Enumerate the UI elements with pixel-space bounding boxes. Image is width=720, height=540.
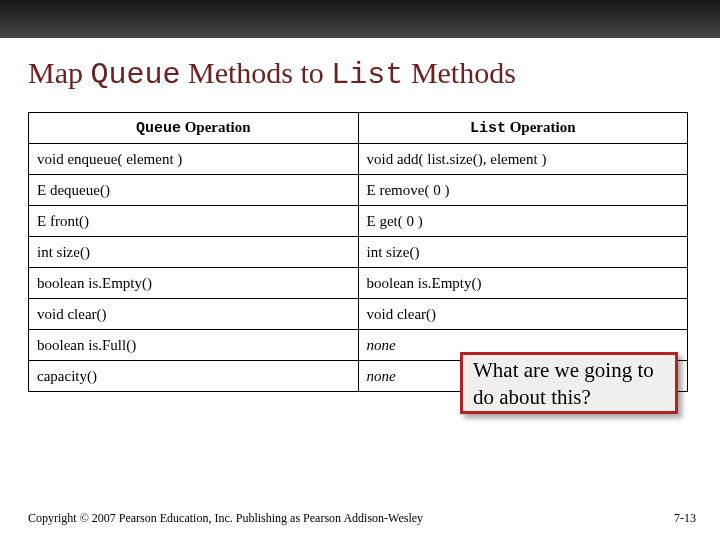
list-cell: void clear() [358, 299, 688, 330]
queue-cell: void clear() [29, 299, 359, 330]
header-queue-text: Operation [181, 119, 251, 135]
title-part3: Methods to [181, 56, 332, 89]
title-part1: Map [28, 56, 91, 89]
table-row: boolean is.Empty() boolean is.Empty() [29, 268, 688, 299]
table-header-row: Queue Operation List Operation [29, 113, 688, 144]
queue-cell: int size() [29, 237, 359, 268]
table-row: E front() E get( 0 ) [29, 206, 688, 237]
table-row: void clear() void clear() [29, 299, 688, 330]
copyright-text: Copyright © 2007 Pearson Education, Inc.… [28, 511, 423, 526]
queue-cell: capacity() [29, 361, 359, 392]
mapping-table: Queue Operation List Operation void enqu… [28, 112, 688, 392]
page-number: 7-13 [674, 511, 696, 526]
queue-cell: void enqueue( element ) [29, 144, 359, 175]
list-cell: boolean is.Empty() [358, 268, 688, 299]
title-part5: Methods [403, 56, 516, 89]
list-cell: E get( 0 ) [358, 206, 688, 237]
queue-cell: boolean is.Empty() [29, 268, 359, 299]
header-queue-operation: Queue Operation [29, 113, 359, 144]
header-list-text: Operation [506, 119, 576, 135]
queue-cell: E front() [29, 206, 359, 237]
top-gradient-bar [0, 0, 720, 38]
table-row: int size() int size() [29, 237, 688, 268]
list-cell: E remove( 0 ) [358, 175, 688, 206]
queue-cell: E dequeue() [29, 175, 359, 206]
title-code-list: List [331, 58, 403, 92]
list-cell: int size() [358, 237, 688, 268]
table-row: E dequeue() E remove( 0 ) [29, 175, 688, 206]
title-code-queue: Queue [91, 58, 181, 92]
header-list-operation: List Operation [358, 113, 688, 144]
list-cell: void add( list.size(), element ) [358, 144, 688, 175]
header-list-code: List [470, 120, 506, 137]
header-queue-code: Queue [136, 120, 181, 137]
table-row: void enqueue( element ) void add( list.s… [29, 144, 688, 175]
callout-box: What are we going to do about this? [460, 352, 678, 414]
queue-cell: boolean is.Full() [29, 330, 359, 361]
footer: Copyright © 2007 Pearson Education, Inc.… [28, 511, 696, 526]
slide-title: Map Queue Methods to List Methods [28, 56, 692, 92]
slide-content: Map Queue Methods to List Methods Queue … [0, 38, 720, 392]
